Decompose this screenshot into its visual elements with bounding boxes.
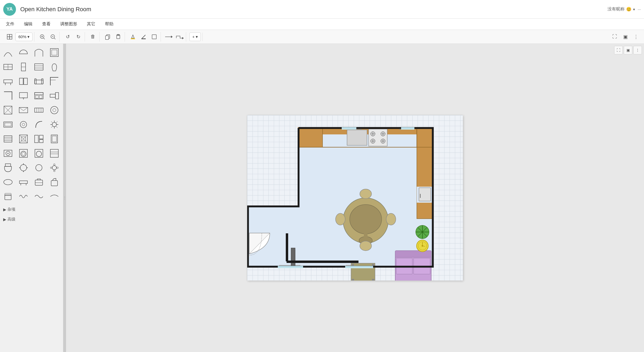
user-more-icon[interactable]: ··· [638,7,641,11]
view-toggle-button[interactable] [5,32,14,42]
canvas-expand-button[interactable]: ⛶ [614,46,623,54]
sidebar-item-corner1[interactable] [48,75,61,88]
sidebar-item-tableround[interactable] [32,161,46,174]
line-color-button[interactable] [139,32,148,42]
svg-line-16 [142,35,145,39]
svg-rect-15 [131,38,135,39]
color-group [127,32,161,42]
shape-button[interactable] [149,32,159,42]
sidebar-item-corner2[interactable] [1,89,15,102]
sidebar-item-cabinet3[interactable] [17,75,30,88]
svg-rect-62 [4,122,12,127]
sidebar-item-arc[interactable] [1,46,15,59]
user-dropdown-icon[interactable]: ▾ [633,7,635,11]
sidebar-item-bag[interactable] [48,175,61,189]
sidebar-item-shape3[interactable] [48,89,61,102]
svg-rect-39 [24,78,27,85]
menu-adjust[interactable]: 调整图形 [59,20,79,28]
sidebar-item-chain1[interactable] [17,190,30,203]
sidebar-item-tvstand[interactable] [1,75,15,88]
sidebar-item-radiator[interactable] [32,103,46,117]
sidebar-item-envelope[interactable] [17,103,30,117]
sidebar-item-cabinet4[interactable] [32,132,46,146]
edit-group: ↺ ↻ [61,32,85,42]
svg-line-73 [51,126,53,128]
svg-line-9 [54,38,56,39]
menu-file[interactable]: 文件 [4,20,16,28]
fit-button[interactable]: ▣ [621,32,630,42]
canvas-more-button[interactable]: ⋮ [633,46,642,54]
svg-marker-128 [248,128,433,267]
connector-button[interactable] [175,32,184,42]
arrow-button[interactable] [164,32,174,42]
menu-edit[interactable]: 编辑 [22,20,34,28]
sidebar-item-blinds[interactable] [1,132,15,146]
sidebar-item-foot[interactable] [32,118,46,131]
sidebar-item-bench[interactable] [17,175,30,189]
canvas-fit-button[interactable]: ▣ [624,46,632,54]
canvas-top-right-controls: ⛶ ▣ ⋮ [614,46,642,54]
sidebar-section-advanced[interactable]: ▶ 高级 [1,216,62,223]
svg-rect-51 [55,93,59,99]
fill-color-button[interactable] [128,32,138,42]
sidebar-item-plant[interactable] [48,118,61,131]
svg-line-72 [56,121,58,123]
canvas-area[interactable]: ⛶ ▣ ⋮ [66,44,644,352]
sidebar-item-tv2[interactable] [1,118,15,131]
sidebar-item-shelf[interactable] [32,60,46,74]
redo-button[interactable]: ↻ [74,32,83,42]
paste-button[interactable] [113,32,123,42]
sidebar: ▶ 杂项 ▶ 高级 [0,44,63,352]
sidebar-resize-handle[interactable]: ⋮ [63,44,66,352]
sidebar-item-diningset[interactable] [48,161,61,174]
sidebar-item-monitor[interactable] [17,89,30,102]
sidebar-item-circle[interactable] [48,103,61,117]
fullscreen-button[interactable]: ⛶ [610,32,619,42]
sidebar-item-cabinet1[interactable] [1,60,15,74]
menu-help[interactable]: 帮助 [103,20,115,28]
sidebar-item-arch[interactable] [32,46,46,59]
zoom-selector[interactable]: 60% ▾ [15,33,32,41]
svg-rect-12 [105,36,109,39]
svg-rect-17 [141,38,146,39]
sidebar-item-mirror[interactable] [48,132,61,146]
sidebar-item-halfcircle[interactable] [17,46,30,59]
svg-rect-48 [36,95,38,98]
delete-button[interactable]: 🗑 [88,32,98,42]
sidebar-item-chain2[interactable] [32,190,46,203]
svg-line-5 [44,38,45,39]
sidebar-item-dryer[interactable] [32,147,46,160]
sidebar-item-lamp1[interactable] [17,118,30,131]
svg-rect-217 [345,266,373,268]
menu-other[interactable]: 其它 [85,20,97,28]
user-area[interactable]: 没有昵称 😊 ▾ ··· [608,6,641,12]
sidebar-item-frame[interactable] [1,103,15,117]
zoom-in-button[interactable] [38,32,47,42]
sidebar-section-misc[interactable]: ▶ 杂项 [1,206,62,213]
zoom-out-button[interactable] [48,32,58,42]
sidebar-item-washer[interactable] [17,147,30,160]
sidebar-item-appliance[interactable] [17,132,30,146]
sidebar-item-chair1[interactable] [17,161,30,174]
sidebar-item-bed[interactable] [32,89,46,102]
sidebar-item-ovaltable[interactable] [1,175,15,189]
svg-point-92 [21,151,26,157]
sidebar-item-appliance2[interactable] [48,147,61,160]
sidebar-item-suitcase[interactable] [32,175,46,189]
add-button[interactable]: + ▾ [189,33,201,41]
sidebar-item-vase[interactable] [48,60,61,74]
copy-button[interactable] [103,32,112,42]
floor-plan-canvas[interactable] [247,115,463,281]
sidebar-item-sink[interactable] [1,147,15,160]
sidebar-item-tank[interactable] [1,161,15,174]
menu-view[interactable]: 查看 [40,20,52,28]
undo-button[interactable]: ↺ [63,32,72,42]
sidebar-item-chain3[interactable] [48,190,61,203]
sidebar-item-box[interactable] [48,46,61,59]
sidebar-item-sofa1[interactable] [32,75,46,88]
more-button[interactable]: ⋮ [631,32,641,42]
main-area: ▶ 杂项 ▶ 高级 ⋮ [0,44,644,352]
sidebar-item-cabinet2[interactable] [17,60,30,74]
sidebar-item-chair2[interactable] [1,190,15,203]
svg-rect-49 [39,95,42,98]
